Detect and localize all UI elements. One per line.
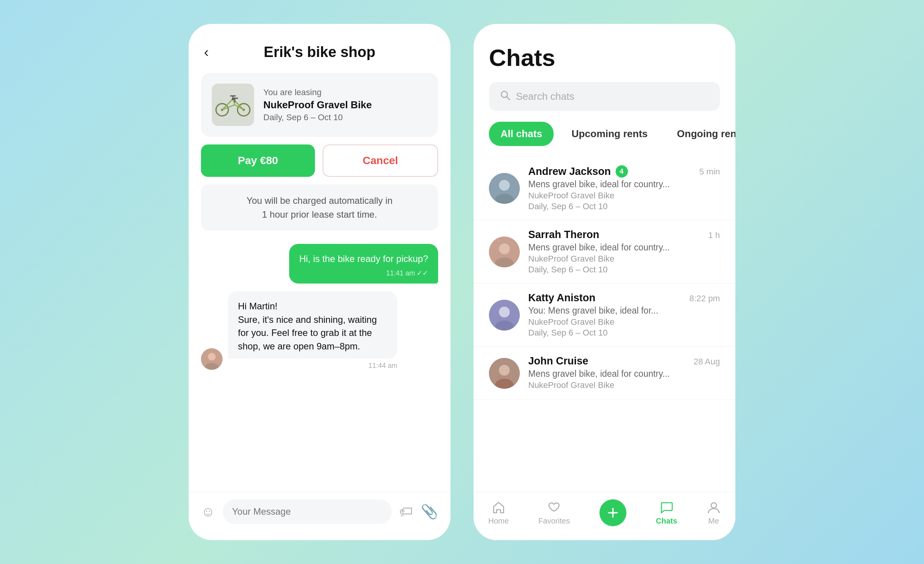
charge-notice: You will be charged automatically in1 ho… [201, 185, 438, 231]
action-buttons: Pay €80 Cancel [201, 144, 438, 177]
tag-icon[interactable]: 🏷 [399, 504, 413, 520]
badge-andrew: 4 [616, 165, 628, 178]
search-bar[interactable]: Search chats [489, 82, 720, 111]
sender-avatar [201, 348, 223, 370]
time-katty: 8:22 pm [690, 292, 720, 304]
dates-katty: Daily, Sep 6 – Oct 10 [528, 328, 681, 338]
svg-point-21 [499, 180, 510, 191]
lease-label: You are leasing [263, 87, 372, 97]
search-placeholder: Search chats [516, 91, 574, 102]
left-header: ‹ Erik's bike shop [189, 24, 450, 70]
avatar-andrew [489, 173, 520, 204]
nav-favorites[interactable]: Favorites [538, 500, 570, 525]
me-icon [707, 500, 721, 514]
plus-icon [606, 505, 620, 520]
time-sarrah: 1 h [708, 229, 720, 240]
chat-list: Andrew Jackson 4 Mens gravel bike, ideal… [474, 157, 735, 492]
nav-me-label: Me [708, 517, 719, 525]
shop-title: Erik's bike shop [264, 44, 375, 60]
back-button[interactable]: ‹ [204, 44, 209, 60]
nav-chats-label: Chats [656, 517, 678, 525]
chat-item-katty[interactable]: Katty Aniston You: Mens gravel bike, ide… [474, 284, 735, 347]
bike-andrew: NukeProof Gravel Bike [528, 191, 691, 201]
message-input-bar: ☺ 🏷 📎 [189, 492, 450, 540]
tab-all-chats[interactable]: All chats [489, 122, 554, 146]
chat-name-john: John Cruise [528, 355, 588, 367]
received-time-1: 11:44 am [228, 362, 397, 370]
nav-favorites-label: Favorites [538, 517, 570, 525]
avatar-sarrah [489, 237, 520, 267]
chat-item-sarrah[interactable]: Sarrah Theron Mens gravel bike, ideal fo… [474, 220, 735, 284]
svg-point-30 [499, 365, 510, 376]
left-phone: ‹ Erik's bike shop [189, 24, 450, 540]
avatar-katty [489, 300, 520, 331]
lease-card: You are leasing NukeProof Gravel Bike Da… [201, 73, 438, 137]
time-john: 28 Aug [693, 355, 720, 367]
bike-katty: NukeProof Gravel Bike [528, 317, 681, 327]
tabs-row: All chats Upcoming rents Ongoing rents [489, 122, 720, 146]
time-andrew: 5 min [699, 165, 720, 177]
lease-info: You are leasing NukeProof Gravel Bike Da… [263, 87, 372, 123]
dates-sarrah: Daily, Sep 6 – Oct 10 [528, 265, 700, 275]
chats-header: Chats Search chats All chats Upcoming re… [474, 24, 735, 157]
svg-line-18 [507, 97, 510, 100]
checkmark-icon: ✓✓ [417, 268, 428, 278]
chat-info-john: John Cruise Mens gravel bike, ideal for … [528, 355, 685, 391]
emoji-icon[interactable]: ☺ [201, 504, 215, 520]
tab-upcoming-rents[interactable]: Upcoming rents [560, 122, 659, 146]
chat-item-john[interactable]: John Cruise Mens gravel bike, ideal for … [474, 347, 735, 400]
received-bubble-1-row: Hi Martin!Sure, it's nice and shining, w… [201, 291, 438, 370]
chat-item-andrew[interactable]: Andrew Jackson 4 Mens gravel bike, ideal… [474, 157, 735, 220]
message-input[interactable] [223, 499, 392, 524]
search-icon [500, 90, 511, 103]
tab-ongoing-rents[interactable]: Ongoing rents [665, 122, 735, 146]
svg-point-27 [499, 307, 510, 317]
bike-john: NukeProof Gravel Bike [528, 380, 685, 390]
chats-icon [660, 500, 673, 514]
nav-add-button[interactable] [599, 499, 626, 526]
svg-point-15 [208, 353, 216, 361]
right-phone: Chats Search chats All chats Upcoming re… [474, 24, 735, 540]
pay-button[interactable]: Pay €80 [201, 144, 315, 177]
sent-time-1: 11:41 am [386, 268, 415, 278]
chat-info-katty: Katty Aniston You: Mens gravel bike, ide… [528, 292, 681, 338]
right-phone-content: Chats Search chats All chats Upcoming re… [474, 24, 735, 540]
chat-name-sarrah: Sarrah Theron [528, 229, 599, 241]
preview-katty: You: Mens gravel bike, ideal for... [528, 306, 681, 316]
avatar-john [489, 358, 520, 389]
cancel-button[interactable]: Cancel [323, 144, 438, 177]
svg-point-34 [711, 503, 716, 508]
bike-image [212, 84, 254, 126]
dates-andrew: Daily, Sep 6 – Oct 10 [528, 201, 691, 212]
nav-home-label: Home [488, 517, 509, 525]
preview-sarrah: Mens gravel bike, ideal for country... [528, 242, 700, 253]
lease-dates: Daily, Sep 6 – Oct 10 [263, 112, 372, 123]
nav-chats[interactable]: Chats [656, 500, 678, 525]
bike-name: NukeProof Gravel Bike [263, 99, 372, 111]
received-bubble-1: Hi Martin!Sure, it's nice and shining, w… [228, 291, 397, 359]
chats-title: Chats [489, 44, 720, 71]
chat-area: Hi, is the bike ready for pickup? 11:41 … [189, 240, 450, 492]
home-icon [492, 500, 506, 514]
chat-name-andrew: Andrew Jackson [528, 166, 611, 178]
bottom-nav: Home Favorites Chats [474, 492, 735, 540]
preview-andrew: Mens gravel bike, ideal for country... [528, 179, 691, 190]
chat-info-andrew: Andrew Jackson 4 Mens gravel bike, ideal… [528, 165, 691, 212]
bike-sarrah: NukeProof Gravel Bike [528, 254, 700, 264]
svg-point-24 [499, 243, 510, 254]
preview-john: Mens gravel bike, ideal for country... [528, 369, 685, 379]
sent-bubble-1: Hi, is the bike ready for pickup? 11:41 … [289, 244, 438, 284]
attachment-icon[interactable]: 📎 [421, 504, 438, 520]
chat-name-katty: Katty Aniston [528, 292, 596, 304]
nav-home[interactable]: Home [488, 500, 509, 525]
nav-me[interactable]: Me [707, 500, 721, 525]
favorites-icon [547, 500, 561, 514]
chat-info-sarrah: Sarrah Theron Mens gravel bike, ideal fo… [528, 229, 700, 275]
